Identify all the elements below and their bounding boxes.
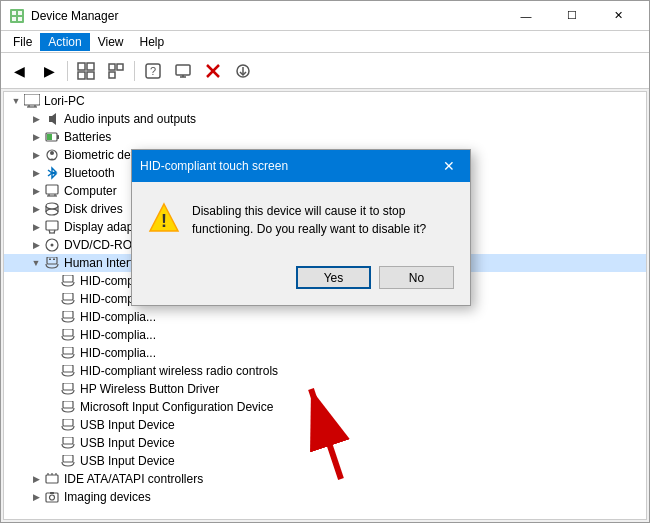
close-button[interactable]: ✕ (595, 1, 641, 31)
toolbar-forward[interactable]: ▶ (35, 57, 63, 85)
menu-action[interactable]: Action (40, 33, 89, 51)
dialog-close-button[interactable]: ✕ (436, 153, 462, 179)
dialog-body: ! Disabling this device will cause it to… (132, 182, 470, 258)
device-manager-window: Device Manager — ☐ ✕ File Action View He… (0, 0, 650, 523)
svg-rect-10 (117, 64, 123, 70)
dialog-overlay: HID-compliant touch screen ✕ ! Disabling… (1, 89, 649, 522)
toolbar-display[interactable] (169, 57, 197, 85)
window-controls: — ☐ ✕ (503, 1, 641, 31)
svg-rect-8 (87, 72, 94, 79)
dialog-title-bar: HID-compliant touch screen ✕ (132, 150, 470, 182)
svg-rect-2 (18, 11, 22, 15)
menu-bar: File Action View Help (1, 31, 649, 53)
svg-rect-1 (12, 11, 16, 15)
warning-icon: ! (148, 202, 180, 234)
svg-rect-9 (109, 64, 115, 70)
menu-view[interactable]: View (90, 33, 132, 51)
svg-rect-6 (87, 63, 94, 70)
window-title: Device Manager (31, 9, 503, 23)
svg-rect-14 (176, 65, 190, 75)
svg-rect-11 (109, 72, 115, 78)
no-button[interactable]: No (379, 266, 454, 289)
menu-file[interactable]: File (5, 33, 40, 51)
toolbar-separator-2 (134, 61, 135, 81)
toolbar-collapse[interactable] (102, 57, 130, 85)
svg-text:?: ? (150, 65, 156, 77)
toolbar-scan[interactable] (72, 57, 100, 85)
svg-rect-4 (18, 17, 22, 21)
main-content: ▼ Lori-PC ▶ (1, 89, 649, 522)
dialog-message: Disabling this device will cause it to s… (192, 202, 454, 238)
title-bar: Device Manager — ☐ ✕ (1, 1, 649, 31)
svg-rect-3 (12, 17, 16, 21)
yes-button[interactable]: Yes (296, 266, 371, 289)
svg-text:!: ! (161, 211, 167, 231)
maximize-button[interactable]: ☐ (549, 1, 595, 31)
toolbar-help[interactable]: ? (139, 57, 167, 85)
toolbar: ◀ ▶ ? (1, 53, 649, 89)
hid-dialog: HID-compliant touch screen ✕ ! Disabling… (131, 149, 471, 306)
minimize-button[interactable]: — (503, 1, 549, 31)
menu-help[interactable]: Help (132, 33, 173, 51)
toolbar-separator-1 (67, 61, 68, 81)
toolbar-back[interactable]: ◀ (5, 57, 33, 85)
toolbar-delete[interactable] (199, 57, 227, 85)
dialog-buttons: Yes No (132, 258, 470, 305)
svg-rect-7 (78, 72, 85, 79)
window-icon (9, 8, 25, 24)
dialog-title: HID-compliant touch screen (140, 159, 436, 173)
toolbar-download[interactable] (229, 57, 257, 85)
svg-rect-5 (78, 63, 85, 70)
